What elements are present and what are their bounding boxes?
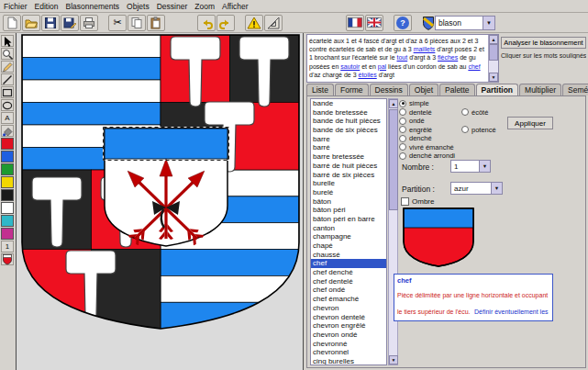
print-button[interactable] (80, 15, 98, 31)
pencil-tool[interactable] (1, 61, 14, 73)
ombre-checkbox-row[interactable]: Ombre (401, 197, 434, 206)
scroll-down-icon[interactable]: ▼ (389, 355, 398, 364)
new-button[interactable] (3, 15, 21, 31)
menu-item[interactable]: Blasonnements (62, 2, 124, 11)
blazon-word[interactable]: sautoir (340, 63, 360, 70)
open-button[interactable] (22, 15, 40, 31)
list-item[interactable]: chevron ondé (311, 331, 386, 340)
nombre-dropdown[interactable]: 1 ▼ (450, 160, 491, 173)
help-button[interactable]: ? (394, 15, 412, 31)
menu-item[interactable]: Edition (31, 2, 62, 11)
list-item[interactable]: chevronnel (311, 348, 386, 357)
drawing-canvas[interactable] (16, 33, 304, 370)
partition-dropdown[interactable]: azur ▼ (450, 182, 503, 195)
list-item[interactable]: barre (311, 135, 386, 144)
color-swatch-blue[interactable] (1, 151, 14, 163)
redo-button[interactable] (216, 15, 235, 31)
line-style-radio[interactable]: ondé (399, 117, 455, 126)
rect-tool[interactable] (1, 86, 14, 98)
scroll-up-icon[interactable]: ▲ (389, 99, 398, 108)
color-swatch-cyan[interactable] (1, 215, 14, 227)
list-item[interactable]: chef émanché (311, 295, 386, 304)
line-style-radio[interactable]: denché arrondi (399, 151, 455, 161)
blason-combo[interactable]: blason ▼ (435, 16, 495, 30)
blazon-word[interactable]: flèches (438, 54, 458, 61)
undo-button[interactable] (197, 15, 216, 31)
list-item[interactable]: burelé (311, 188, 386, 197)
line-style-radio[interactable]: denché (399, 134, 455, 143)
list-item[interactable]: bâton péri (311, 206, 386, 215)
tab[interactable]: Partition (476, 84, 518, 95)
list-item[interactable]: chevron dentelé (311, 313, 386, 322)
scroll-down-icon[interactable]: ▼ (489, 73, 498, 82)
blazon-word[interactable]: pal (378, 63, 386, 70)
line-tool[interactable] (1, 73, 14, 85)
cut-button[interactable]: ✂ (108, 15, 127, 31)
zoom-tool[interactable] (1, 48, 14, 60)
list-scrollbar[interactable]: ▲ ▼ (388, 98, 398, 365)
tab[interactable]: Objet (409, 84, 438, 95)
partition-list[interactable]: bandebande bretesséebande de huit pièces… (310, 98, 387, 365)
list-item[interactable]: bande de huit pièces (311, 117, 386, 126)
line-style-radio[interactable]: vivré émanché (399, 143, 455, 152)
tab[interactable]: Forme (335, 84, 369, 95)
menu-item[interactable]: Dessiner (153, 2, 192, 11)
scroll-up-icon[interactable]: ▲ (489, 35, 498, 44)
list-item[interactable]: chef denché (311, 268, 386, 277)
list-item[interactable]: bande de six pièces (311, 126, 386, 135)
checkbox-icon[interactable] (401, 197, 409, 206)
list-item[interactable]: chapé (311, 241, 386, 251)
tab[interactable]: Palette (439, 84, 474, 95)
line-style-radio[interactable]: engrêlé (399, 126, 455, 135)
blazon-scrollbar[interactable]: ▲ ▼ (488, 35, 498, 82)
chevron-down-icon[interactable]: ▼ (483, 17, 494, 29)
list-item[interactable]: chef dentelé (311, 277, 386, 286)
tab[interactable]: Multiplier (519, 84, 561, 95)
blazon-word[interactable]: étoiles (358, 72, 376, 78)
save-button[interactable] (41, 15, 60, 31)
line-style-radio[interactable]: écôté (461, 108, 496, 118)
chevron-down-icon[interactable]: ▼ (479, 161, 490, 172)
list-item[interactable]: burelle (311, 179, 386, 188)
color-swatch-magenta[interactable] (1, 228, 14, 240)
shield-tool[interactable] (1, 253, 14, 265)
list-item[interactable]: chevronné (311, 340, 386, 349)
analyse-button[interactable]: Analyser le blasonnement (501, 37, 586, 49)
list-item[interactable]: barré de six pièces (311, 171, 386, 180)
list-item[interactable]: chef (311, 259, 386, 268)
number-tool[interactable]: 1 (1, 241, 14, 252)
list-item[interactable]: bâton péri en barre (311, 215, 386, 224)
list-item[interactable]: chef ondé (311, 286, 386, 295)
setsquare-button[interactable] (264, 15, 283, 31)
list-item[interactable]: canton (311, 224, 386, 233)
menu-item[interactable]: Zoom (191, 2, 218, 11)
blazon-word[interactable]: maillets (414, 46, 436, 52)
blazon-textarea[interactable]: écartelé aux 1 et 4 fascé d'argt et d'az… (306, 34, 499, 83)
color-swatch-black[interactable] (1, 189, 14, 201)
line-style-radio[interactable]: potencé (461, 126, 496, 135)
list-item[interactable]: barre bretessée (311, 152, 386, 162)
scroll-thumb[interactable] (489, 44, 498, 61)
scroll-thumb[interactable] (389, 109, 398, 210)
list-item[interactable]: bande bretessée (311, 108, 386, 118)
french-language-button[interactable] (346, 15, 364, 31)
menu-item[interactable]: Afficher (218, 2, 252, 11)
color-swatch-red[interactable] (1, 138, 14, 150)
cursor-tool[interactable] (1, 35, 14, 47)
list-item[interactable]: chaussé (311, 251, 386, 260)
tab[interactable]: Semé (562, 84, 588, 95)
text-tool[interactable]: A (1, 112, 14, 124)
ellipse-tool[interactable] (1, 99, 14, 111)
menu-item[interactable]: Fichier (0, 2, 31, 11)
english-language-button[interactable] (365, 15, 383, 31)
color-swatch-yellow[interactable] (1, 176, 14, 188)
list-item[interactable]: barré de huit pièces (311, 162, 386, 171)
list-item[interactable]: chevron (311, 304, 386, 313)
list-item[interactable]: cinq burelles (311, 357, 386, 365)
list-item[interactable]: bande (311, 99, 386, 108)
apply-button[interactable]: Appliquer (507, 117, 553, 129)
blazon-word[interactable]: tout (397, 54, 408, 61)
chevron-down-icon[interactable]: ▼ (491, 183, 502, 194)
tab[interactable]: Dessins (370, 84, 408, 95)
list-item[interactable]: chevron engrêlé (311, 321, 386, 331)
